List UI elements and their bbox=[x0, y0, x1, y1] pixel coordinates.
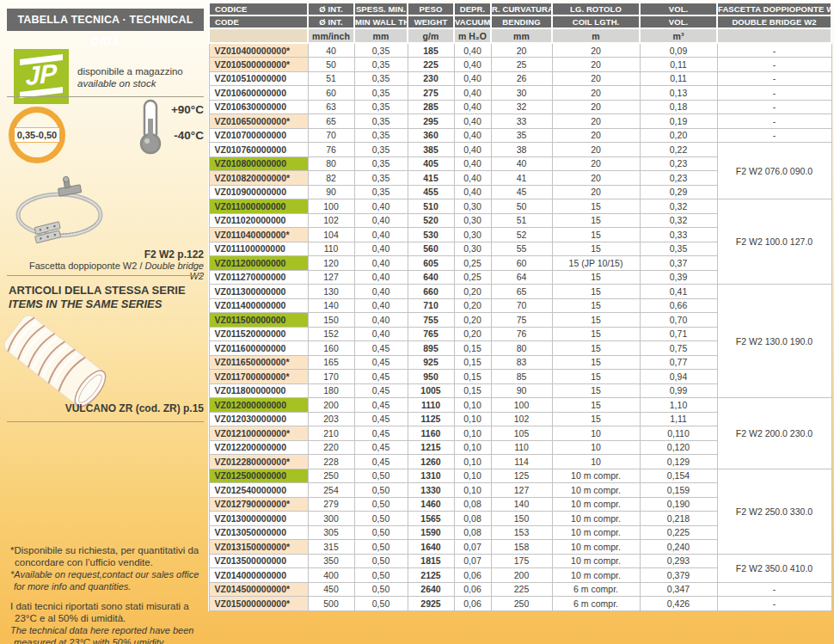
divider bbox=[7, 421, 204, 422]
bending-cell: 80 bbox=[491, 341, 552, 356]
weight-cell: 510 bbox=[408, 199, 454, 214]
bending-cell: 40 bbox=[491, 156, 552, 171]
footnote-availability-en: *Available on request,contact our sales … bbox=[10, 569, 202, 592]
thickness-cell: 0,40 bbox=[354, 285, 408, 299]
bending-cell: 90 bbox=[491, 383, 552, 398]
weight-cell: 1590 bbox=[408, 525, 454, 540]
table-row: VZ0120000000002000,4511100,10100151,10F2… bbox=[209, 398, 831, 413]
thickness-badge-label: 0,35-0,50 bbox=[15, 127, 59, 143]
thickness-cell: 0,35 bbox=[354, 143, 408, 157]
coil-cell: 20 bbox=[552, 58, 640, 72]
bridge-cell: - bbox=[717, 58, 831, 72]
thickness-cell: 0,50 bbox=[354, 483, 408, 498]
code-cell: VZ010820000000* bbox=[209, 171, 308, 186]
coil-cell: 20 bbox=[552, 86, 640, 101]
code-cell: VZ011200000000 bbox=[209, 256, 308, 271]
code-cell: VZ010650000000* bbox=[209, 114, 308, 129]
thickness-cell: 0,35 bbox=[354, 71, 408, 86]
coil-cell: 10 m compr. bbox=[552, 568, 640, 583]
table-row: VZ010510000000510,352300,4026200,11- bbox=[209, 71, 831, 86]
weight-cell: 295 bbox=[408, 114, 454, 129]
volume-cell: 1,10 bbox=[640, 398, 717, 413]
coil-cell: 15 bbox=[552, 341, 640, 356]
col-coil-it: LG. ROTOLO bbox=[552, 3, 640, 15]
col-code-it: CODICE bbox=[209, 3, 308, 15]
thickness-cell: 0,35 bbox=[354, 128, 408, 143]
vacuum-cell: 0,20 bbox=[454, 298, 491, 313]
col-weight-en: WEIGHT bbox=[408, 15, 454, 28]
diameter-cell: 76 bbox=[308, 143, 354, 157]
thickness-cell: 0,45 bbox=[354, 370, 408, 384]
bending-cell: 125 bbox=[491, 469, 552, 483]
col-thickness-it: SPESS. MIN. bbox=[354, 3, 408, 15]
code-cell: VZ011500000000 bbox=[209, 313, 308, 328]
code-cell: VZ011000000000 bbox=[209, 199, 308, 214]
vacuum-cell: 0,08 bbox=[454, 525, 491, 540]
weight-cell: 285 bbox=[408, 100, 454, 114]
coil-cell: 10 m compr. bbox=[552, 525, 640, 540]
col-diameter-en: Ø INT. bbox=[308, 15, 354, 28]
volume-cell: 0,35 bbox=[640, 242, 717, 256]
code-cell: VZ011040000000* bbox=[209, 228, 308, 242]
diameter-cell: 120 bbox=[308, 256, 354, 271]
volume-cell: 1,11 bbox=[640, 412, 717, 426]
table-row: VZ0135000000003500,5018150,0717510 m com… bbox=[209, 554, 831, 568]
code-cell: VZ010900000000 bbox=[209, 185, 308, 199]
code-cell: VZ012540000000 bbox=[209, 483, 308, 498]
footnotes: *Disponibile su richiesta, per quantitat… bbox=[10, 545, 202, 644]
diameter-cell: 220 bbox=[308, 440, 354, 455]
volume-cell: 0,293 bbox=[640, 554, 717, 568]
vacuum-cell: 0,10 bbox=[454, 440, 491, 455]
volume-cell: 0,22 bbox=[640, 143, 717, 157]
table-body: VZ010400000000*400,351850,4020200,09-VZ0… bbox=[209, 43, 831, 610]
table-row: VZ014500000000*4500,5026400,062256 m com… bbox=[209, 582, 831, 597]
hose-image bbox=[0, 313, 110, 409]
unit-bending: mm bbox=[491, 28, 552, 43]
vacuum-cell: 0,40 bbox=[454, 86, 491, 101]
volume-cell: 0,225 bbox=[640, 525, 717, 540]
thickness-cell: 0,35 bbox=[354, 171, 408, 186]
thickness-cell: 0,40 bbox=[354, 298, 408, 313]
footnote-availability-it: *Disponibile su richiesta, per quantitat… bbox=[10, 545, 202, 568]
weight-cell: 755 bbox=[408, 313, 454, 328]
volume-cell: 0,41 bbox=[640, 285, 717, 299]
diameter-cell: 70 bbox=[308, 128, 354, 143]
code-cell: VZ012500000000 bbox=[209, 469, 308, 483]
thickness-cell: 0,40 bbox=[354, 256, 408, 271]
coil-cell: 10 m compr. bbox=[552, 512, 640, 526]
bridge-cell: F2 W2 250.0 330.0 bbox=[717, 469, 831, 554]
table-row: VZ0113000000001300,406600,2065150,41F2 W… bbox=[209, 285, 831, 299]
col-coil-en: COIL LGTH. bbox=[552, 15, 640, 28]
thickness-cell: 0,40 bbox=[354, 228, 408, 242]
catalog-page: TABELLA TECNICA · TECHNICAL DATA JP disp… bbox=[0, 0, 834, 644]
thickness-cell: 0,35 bbox=[354, 156, 408, 171]
coil-cell: 15 bbox=[552, 199, 640, 214]
diameter-cell: 65 bbox=[308, 114, 354, 129]
col-diameter-it: Ø INT. bbox=[308, 3, 354, 15]
table-row: VZ010760000000760,353850,4038200,22F2 W2… bbox=[209, 143, 831, 157]
volume-cell: 0,09 bbox=[640, 43, 717, 58]
thickness-cell: 0,50 bbox=[354, 568, 408, 583]
technical-data-table: CODICE Ø INT. SPESS. MIN. PESO DEPR. R. … bbox=[208, 2, 832, 611]
vacuum-cell: 0,40 bbox=[454, 114, 491, 129]
thickness-cell: 0,50 bbox=[354, 540, 408, 555]
thickness-cell: 0,40 bbox=[354, 199, 408, 214]
diameter-cell: 228 bbox=[308, 455, 354, 469]
diameter-cell: 40 bbox=[308, 43, 354, 58]
thickness-cell: 0,50 bbox=[354, 469, 408, 483]
volume-cell: 0,77 bbox=[640, 355, 717, 370]
bridge-cell: - bbox=[717, 100, 831, 114]
coil-cell: 15 bbox=[552, 412, 640, 426]
volume-cell: 0,379 bbox=[640, 568, 717, 583]
volume-cell: 0,70 bbox=[640, 313, 717, 328]
volume-cell: 0,23 bbox=[640, 156, 717, 171]
vacuum-cell: 0,40 bbox=[454, 185, 491, 199]
code-cell: VZ010760000000 bbox=[209, 143, 308, 157]
stock-availability: disponibile a magazzino available on sto… bbox=[77, 65, 183, 89]
coil-cell: 15 (JP 10/15) bbox=[552, 256, 640, 271]
bridge-cell: - bbox=[717, 86, 831, 101]
diameter-cell: 130 bbox=[308, 285, 354, 299]
code-cell: VZ010510000000 bbox=[209, 71, 308, 86]
vacuum-cell: 0,08 bbox=[454, 497, 491, 512]
vacuum-cell: 0,20 bbox=[454, 313, 491, 328]
